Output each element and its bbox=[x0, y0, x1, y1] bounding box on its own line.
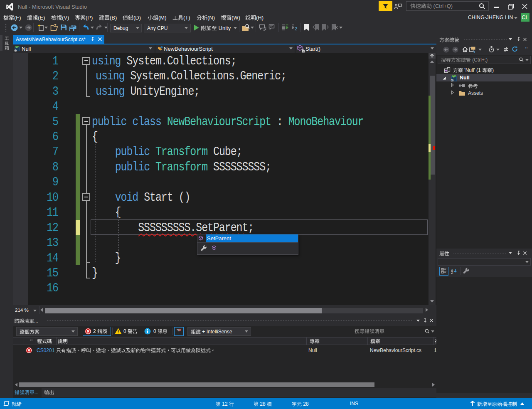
svg-text:Z: Z bbox=[451, 271, 453, 274]
svg-text:2: 2 bbox=[295, 26, 297, 31]
